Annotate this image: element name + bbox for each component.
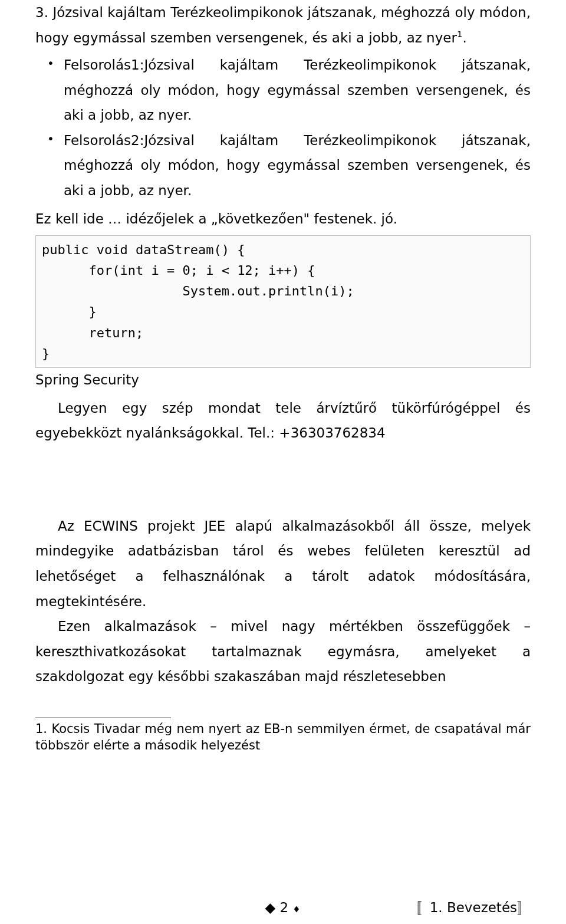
numbered-item-period: . <box>462 30 466 45</box>
bullet-item-text: Felsorolás1:Józsival kajáltam Terézkeoli… <box>64 57 531 123</box>
paragraph-arvizturo: Legyen egy szép mondat tele árvíztűrő tü… <box>35 396 531 446</box>
footer-diamond-right-icon: ⬧ <box>288 900 301 915</box>
footnote-ref-superscript: 1 <box>457 29 463 40</box>
paragraph-ecwins: Az ECWINS projekt JEE alapú alkalmazások… <box>35 514 531 614</box>
bullet-list: Felsorolás1:Józsival kajáltam Terézkeoli… <box>35 52 531 203</box>
footer-page-number-value: 2 <box>280 900 289 915</box>
footer-section-text: 1. Bevezetés <box>430 900 517 915</box>
bullet-item: Felsorolás1:Józsival kajáltam Terézkeoli… <box>35 52 531 128</box>
paragraph-ezen-alkalmazasok: Ezen alkalmazások – mivel nagy mértékben… <box>35 614 531 689</box>
bullet-item: Felsorolás2:Józsival kajáltam Terézkeoli… <box>35 128 531 203</box>
code-block: public void dataStream() { for(int i = 0… <box>35 235 531 368</box>
bullet-item-text: Felsorolás2:Józsival kajáltam Terézkeoli… <box>64 133 531 198</box>
page-footer: ◆ 2 ⬧ 〚1. Bevezetés〛 <box>35 883 531 924</box>
footer-page-number: ◆ 2 ⬧ <box>265 900 301 915</box>
paragraph-spring-security: Spring Security <box>35 369 531 391</box>
footnote-separator <box>35 718 171 718</box>
numbered-list-item: 3. Józsival kajáltam Terézkeolimpikonok … <box>35 0 531 50</box>
footnote-text: 1. Kocsis Tivadar még nem nyert az EB-n … <box>35 721 531 754</box>
paragraph-quotes-note: Ez kell ide … idézőjelek a „következően"… <box>35 206 531 232</box>
footer-bracket-right-icon: 〛 <box>517 900 531 915</box>
footer-bracket-left-icon: 〚 <box>416 900 430 915</box>
footer-diamond-left-icon: ◆ <box>265 900 280 915</box>
footer-section-title: 〚1. Bevezetés〛 <box>301 899 531 917</box>
